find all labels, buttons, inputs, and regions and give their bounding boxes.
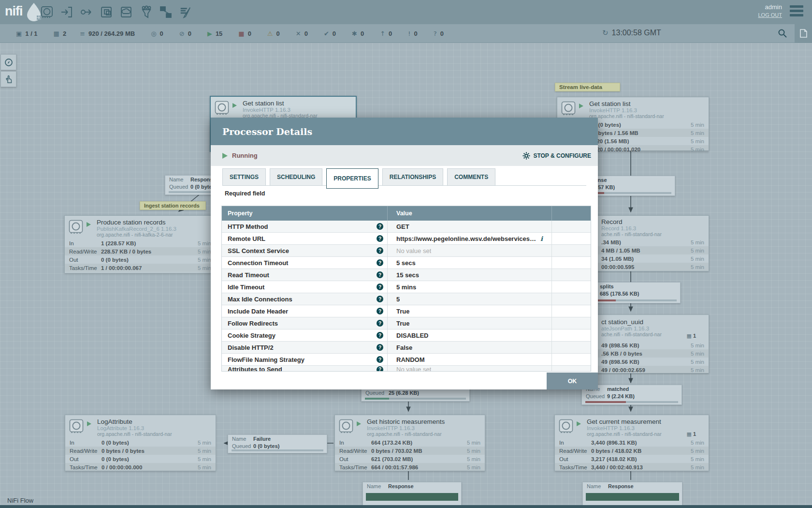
help-icon[interactable]: ? xyxy=(377,235,383,242)
status-item-1: ▦ 2 xyxy=(54,30,67,37)
status-item-6: ■ 0 xyxy=(238,30,251,37)
input-port-icon[interactable] xyxy=(60,5,73,19)
help-icon[interactable]: ? xyxy=(377,308,383,314)
connection-name: Response xyxy=(388,483,414,489)
connection-queued-25[interactable]: Queued25 (6.28 KB) xyxy=(361,388,470,402)
extra-cell xyxy=(551,221,591,232)
help-icon[interactable]: ? xyxy=(377,247,383,254)
property-row-11[interactable]: FlowFile Naming Strategy ? RANDOM xyxy=(222,354,591,366)
value-cell[interactable]: 15 secs xyxy=(387,269,551,281)
value-cell[interactable]: 5 secs xyxy=(387,257,551,269)
property-row-6[interactable]: Max Idle Connections ? 5 xyxy=(222,293,591,305)
help-icon[interactable]: ? xyxy=(377,296,383,302)
search-button[interactable] xyxy=(774,24,791,43)
property-cell: Max Idle Connections ? xyxy=(222,293,387,305)
stat-value: 0 bytes / 1.56 MB xyxy=(594,130,638,136)
help-icon[interactable]: ? xyxy=(377,366,383,372)
help-icon[interactable]: ? xyxy=(377,344,383,351)
property-row-8[interactable]: Follow Redirects ? True xyxy=(222,317,591,329)
property-cell: Connection Timeout ? xyxy=(222,257,387,269)
property-row-7[interactable]: Include Date Header ? True xyxy=(222,305,591,317)
help-icon[interactable]: ? xyxy=(377,284,383,290)
label-icon[interactable] xyxy=(179,5,192,19)
value-cell[interactable]: GET xyxy=(387,221,551,232)
value-cell[interactable]: False xyxy=(387,342,551,353)
compass-icon xyxy=(4,58,13,67)
refresh-status[interactable]: ↻ 13:00:58 GMT xyxy=(602,29,661,37)
stop-and-configure-button[interactable]: STOP & CONFIGURE xyxy=(522,152,591,160)
value-cell[interactable]: True xyxy=(387,305,551,317)
queue-full-bar xyxy=(586,493,679,501)
processor-produce-station-records[interactable]: Produce station records PublishKafkaReco… xyxy=(64,215,216,273)
property-row-9[interactable]: Cookie Strategy ? DISABLED xyxy=(222,329,591,342)
value-cell[interactable]: No value set xyxy=(387,245,551,256)
value-cell[interactable]: 5 xyxy=(387,293,551,305)
property-name: Include Date Header xyxy=(228,308,377,315)
property-row-2[interactable]: SSL Context Service ? No value set xyxy=(222,245,591,257)
stat-label: Read/Write xyxy=(65,249,101,254)
stat-period: 5 min xyxy=(467,456,485,462)
tab-3[interactable]: RELATIONSHIPS xyxy=(382,168,443,186)
logout-link[interactable]: LOG OUT xyxy=(758,12,782,18)
thread-count-badge: ▦ 1 xyxy=(686,431,696,437)
document-icon xyxy=(799,29,808,38)
template-icon[interactable] xyxy=(160,5,172,19)
value-cell[interactable]: No value set xyxy=(387,366,551,371)
value-cell[interactable]: https://www.pegelonline.wsv.de/webservic… xyxy=(387,233,551,244)
operate-palette-button[interactable] xyxy=(0,71,16,87)
value-cell[interactable]: 5 mins xyxy=(387,281,551,293)
ok-button[interactable]: OK xyxy=(547,373,598,389)
status-count: 0 xyxy=(160,30,163,37)
help-icon[interactable]: ? xyxy=(377,332,383,339)
bulletin-board-button[interactable] xyxy=(795,24,812,43)
funnel-icon[interactable] xyxy=(140,5,152,19)
canvas-label-ingest-station-records[interactable]: Ingest station records xyxy=(140,201,206,210)
connection-queued: 0 (0 bytes) xyxy=(253,443,279,449)
breadcrumb[interactable]: NiFi Flow xyxy=(7,497,33,504)
tab-4[interactable]: COMMENTS xyxy=(447,168,495,186)
connection-response-bottom-right[interactable]: NameResponse xyxy=(582,482,682,508)
extra-cell xyxy=(551,342,591,353)
navigate-palette-button[interactable] xyxy=(0,54,16,70)
stat-period: 5 min xyxy=(691,343,709,348)
tab-0[interactable]: SETTINGS xyxy=(222,168,266,186)
property-row-12[interactable]: Attributes to Send ? No value set xyxy=(222,366,591,371)
connection-failure[interactable]: NameFailure Queued0 (0 bytes) xyxy=(228,434,327,453)
extra-cell xyxy=(551,329,591,341)
value-cell[interactable]: True xyxy=(387,317,551,329)
property-row-0[interactable]: HTTP Method ? GET xyxy=(222,221,591,233)
processor-logattribute[interactable]: LogAttribute LogAttribute 1.16.3 org.apa… xyxy=(65,415,216,471)
help-icon[interactable]: ? xyxy=(377,223,383,230)
dialog-status-row: Running STOP & CONFIGURE xyxy=(211,145,598,166)
tab-1[interactable]: SCHEDULING xyxy=(270,168,322,186)
output-port-icon[interactable] xyxy=(80,5,93,19)
global-menu-icon[interactable] xyxy=(790,5,803,18)
value-cell[interactable]: DISABLED xyxy=(387,329,551,341)
stat-row: In 3,440 (896.31 KB) 5 min xyxy=(555,438,709,447)
property-row-10[interactable]: Disable HTTP/2 ? False xyxy=(222,342,591,354)
remote-process-group-icon[interactable] xyxy=(120,5,132,19)
help-icon[interactable]: ? xyxy=(377,271,383,278)
stat-row: Read/Write 0 bytes / 703.02 MB 5 min xyxy=(335,447,485,455)
property-row-4[interactable]: Read Timeout ? 15 secs xyxy=(222,269,591,281)
processor-icon[interactable] xyxy=(41,5,53,19)
process-group-icon[interactable] xyxy=(100,5,113,19)
help-icon[interactable]: ? xyxy=(377,356,383,363)
help-icon[interactable]: ? xyxy=(377,259,383,266)
stat-value: 920 (1.56 MB) xyxy=(594,138,629,144)
status-icon: ▦ xyxy=(54,30,59,37)
processor-get-historic-measurements[interactable]: Get historic measurements InvokeHTTP 1.1… xyxy=(334,415,485,471)
tab-2[interactable]: PROPERTIES xyxy=(326,168,378,189)
property-row-3[interactable]: Connection Timeout ? 5 secs xyxy=(222,257,591,269)
processor-title: Get current measurement xyxy=(587,418,709,425)
processor-get-current-measurement[interactable]: Get current measurement InvokeHTTP 1.16.… xyxy=(554,415,709,471)
connection-response-bottom-left[interactable]: NameResponse xyxy=(362,482,462,508)
value-cell[interactable]: RANDOM xyxy=(387,354,551,365)
property-row-5[interactable]: Idle Timeout ? 5 mins xyxy=(222,281,591,293)
refresh-icon[interactable]: ↻ xyxy=(602,29,609,37)
help-icon[interactable]: ? xyxy=(377,320,383,327)
dialog-title: Processor Details xyxy=(222,126,312,137)
canvas-label-stream-live-data[interactable]: Stream live-data xyxy=(555,83,620,91)
property-row-1[interactable]: Remote URL ? https://www.pegelonline.wsv… xyxy=(222,233,591,245)
stat-label: Read/Write xyxy=(335,448,371,454)
